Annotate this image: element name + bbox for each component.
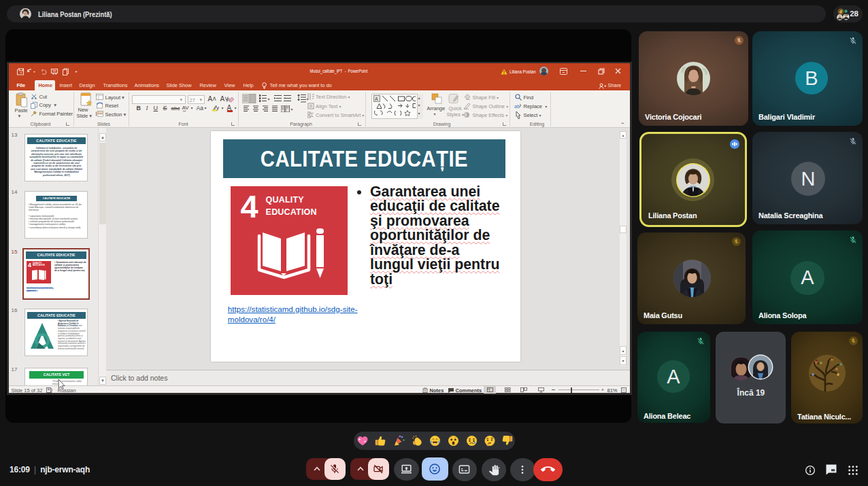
svg-text:A: A [375, 97, 378, 101]
svg-text:y: y [216, 105, 219, 111]
svg-text:ab: ab [514, 103, 520, 109]
